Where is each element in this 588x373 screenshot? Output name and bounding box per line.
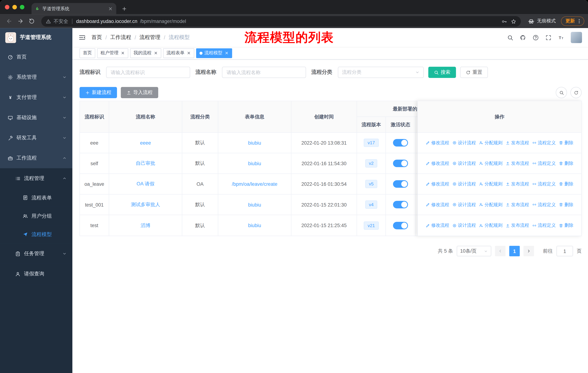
assign-rule-link[interactable]: 分配规则 <box>479 160 503 167</box>
tag-tenant-management[interactable]: 租户管理 <box>97 48 128 58</box>
modify-flow-link[interactable]: 修改流程 <box>426 160 449 167</box>
active-toggle[interactable] <box>393 222 408 229</box>
header-icon-button[interactable] <box>507 34 514 40</box>
delete-link[interactable]: 删除 <box>559 140 573 146</box>
form-info-link[interactable]: /bpm/oa/leave/create <box>232 181 277 187</box>
new-tab-button[interactable] <box>119 4 129 13</box>
close-icon[interactable] <box>187 51 191 55</box>
breadcrumb-item[interactable]: 工作流程 <box>110 34 131 41</box>
sidebar-item-workflow[interactable]: 工作流程 <box>0 148 72 168</box>
search-button[interactable]: 搜索 <box>428 67 456 78</box>
delete-link[interactable]: 删除 <box>559 222 573 229</box>
active-toggle[interactable] <box>393 180 408 188</box>
publish-flow-link[interactable]: 发布流程 <box>505 202 529 208</box>
process-name-link[interactable]: 滔博 <box>141 222 150 229</box>
flow-definition-link[interactable]: 流程定义 <box>532 202 556 208</box>
assign-rule-link[interactable]: 分配规则 <box>479 140 503 146</box>
import-flow-button[interactable]: 导入流程 <box>121 87 158 98</box>
form-info-link[interactable]: biubiu <box>248 202 261 207</box>
breadcrumb-item[interactable]: 流程管理 <box>139 34 160 41</box>
breadcrumb-item[interactable]: 首页 <box>92 34 102 41</box>
delete-link[interactable]: 删除 <box>559 202 573 208</box>
address-bar[interactable]: 不安全 dashboard.yudao.iocoder.cn/bpm/manag… <box>41 16 521 26</box>
tag-home[interactable]: 首页 <box>79 48 95 58</box>
process-category-select[interactable]: 流程分类 <box>338 67 424 78</box>
goto-page-input[interactable] <box>556 246 573 256</box>
create-flow-button[interactable]: 新建流程 <box>79 87 117 98</box>
user-avatar[interactable] <box>571 32 582 43</box>
assign-rule-link[interactable]: 分配规则 <box>479 222 503 229</box>
kebab-menu-icon[interactable] <box>576 18 582 24</box>
tag-my-process[interactable]: 我的流程 <box>130 48 161 58</box>
omnibox-button[interactable] <box>511 18 516 24</box>
tag-process-form[interactable]: 流程表单 <box>163 48 194 58</box>
form-info-link[interactable]: biubiu <box>248 161 261 166</box>
reset-button[interactable]: 重置 <box>460 67 488 78</box>
minimize-button[interactable] <box>12 5 17 10</box>
form-info-link[interactable]: biubiu <box>248 222 261 228</box>
header-icon-button[interactable] <box>533 34 539 40</box>
close-icon[interactable] <box>225 51 229 55</box>
nav-button[interactable] <box>4 16 14 26</box>
process-name-link[interactable]: 自己审批 <box>136 160 155 167</box>
sidebar-item-process-form[interactable]: 流程表单 <box>0 189 72 207</box>
sidebar-item-home[interactable]: 首页 <box>0 47 72 67</box>
page-size-select[interactable]: 10条/页 <box>457 246 491 256</box>
process-name-link[interactable]: eeee <box>140 140 151 146</box>
design-flow-link[interactable]: 设计流程 <box>452 140 476 146</box>
process-name-link[interactable]: 测试多审批人 <box>131 201 160 208</box>
sidebar-item-devtools[interactable]: 研发工具 <box>0 128 72 148</box>
assign-rule-link[interactable]: 分配规则 <box>479 202 503 208</box>
toolbar-circle-button[interactable] <box>556 87 567 98</box>
nav-button[interactable] <box>26 16 37 26</box>
omnibox-button[interactable] <box>501 18 507 24</box>
nav-button[interactable] <box>15 16 26 26</box>
next-page-button[interactable] <box>524 246 534 256</box>
modify-flow-link[interactable]: 修改流程 <box>426 140 449 146</box>
sidebar-item-process-management[interactable]: 流程管理 <box>0 168 72 189</box>
delete-link[interactable]: 删除 <box>559 181 573 187</box>
sidebar-item-system[interactable]: 系统管理 <box>0 67 72 87</box>
flow-definition-link[interactable]: 流程定义 <box>532 140 556 146</box>
process-name-link[interactable]: OA 请假 <box>136 181 154 187</box>
browser-tab[interactable]: 芋道管理系统 <box>32 3 116 14</box>
form-info-link[interactable]: biubiu <box>248 140 261 146</box>
publish-flow-link[interactable]: 发布流程 <box>505 222 529 229</box>
browser-update-button[interactable]: 更新 <box>561 17 584 26</box>
design-flow-link[interactable]: 设计流程 <box>452 160 476 167</box>
header-icon-button[interactable] <box>545 34 552 40</box>
flow-definition-link[interactable]: 流程定义 <box>532 160 556 167</box>
active-toggle[interactable] <box>393 201 408 208</box>
close-tab-icon[interactable] <box>108 6 113 11</box>
publish-flow-link[interactable]: 发布流程 <box>505 160 529 167</box>
assign-rule-link[interactable]: 分配规则 <box>479 181 503 187</box>
header-icon-button[interactable] <box>520 34 526 40</box>
design-flow-link[interactable]: 设计流程 <box>452 202 476 208</box>
modify-flow-link[interactable]: 修改流程 <box>426 202 449 208</box>
publish-flow-link[interactable]: 发布流程 <box>505 140 529 146</box>
delete-link[interactable]: 删除 <box>559 160 573 167</box>
active-toggle[interactable] <box>393 160 408 167</box>
sidebar-item-infrastructure[interactable]: 基础设施 <box>0 107 72 128</box>
flow-definition-link[interactable]: 流程定义 <box>532 181 556 187</box>
page-number-button[interactable]: 1 <box>509 246 520 256</box>
close-icon[interactable] <box>121 51 125 55</box>
zoom-button[interactable] <box>20 5 24 10</box>
sidebar-item-user-group[interactable]: 用户分组 <box>0 207 72 225</box>
sidebar-item-leave-query[interactable]: 请假查询 <box>0 264 72 284</box>
sidebar-toggle-icon[interactable] <box>78 34 86 41</box>
process-key-input[interactable] <box>106 67 190 78</box>
design-flow-link[interactable]: 设计流程 <box>452 222 476 229</box>
close-icon[interactable] <box>154 51 158 55</box>
sidebar-item-process-model[interactable]: 流程模型 <box>0 225 72 243</box>
close-button[interactable] <box>5 5 10 10</box>
sidebar-item-task-management[interactable]: 任务管理 <box>0 243 72 264</box>
active-toggle[interactable] <box>393 139 408 146</box>
flow-definition-link[interactable]: 流程定义 <box>532 222 556 229</box>
header-icon-button[interactable] <box>558 34 564 40</box>
modify-flow-link[interactable]: 修改流程 <box>426 222 449 229</box>
process-name-input[interactable] <box>222 67 306 78</box>
tag-process-model[interactable]: 流程模型 <box>196 48 232 58</box>
modify-flow-link[interactable]: 修改流程 <box>426 181 449 187</box>
publish-flow-link[interactable]: 发布流程 <box>505 181 529 187</box>
